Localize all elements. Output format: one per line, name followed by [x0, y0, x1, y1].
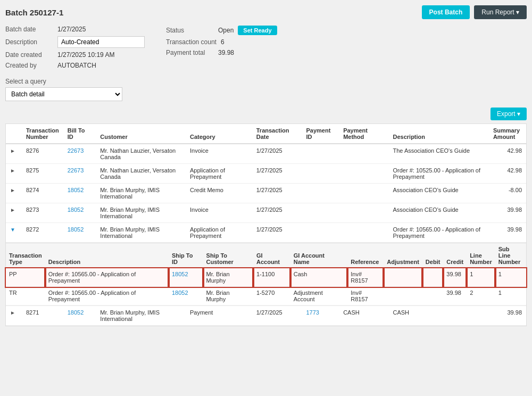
status-label: Status — [166, 27, 214, 34]
description-input[interactable] — [57, 36, 145, 48]
expand-arrow[interactable]: ▼ — [10, 227, 15, 233]
transaction-number-cell: 8272 — [22, 223, 63, 243]
bill-to-id-cell: 18052 — [63, 223, 96, 243]
sub-th-sub-line-number: Sub LineNumber — [495, 243, 526, 268]
sub-table-row: TransactionType Description Ship To ID S… — [6, 243, 526, 306]
th-description: Description — [389, 124, 489, 144]
category-cell: Credit Memo — [186, 184, 252, 203]
payment-method-cell — [339, 164, 388, 184]
sub-ship-to-id-cell: 18052 — [169, 268, 203, 287]
expand-arrow[interactable]: ► — [10, 310, 15, 316]
table-row: ► 8274 18052 Mr. Brian Murphy, IMIS Inte… — [6, 184, 526, 203]
post-batch-button[interactable]: Post Batch — [422, 5, 470, 19]
customer-cell: Mr. Nathan Lauzier, Versaton Canada — [96, 144, 186, 164]
th-summary-amount: SummaryAmount — [489, 124, 526, 144]
transaction-count-row: Transaction count 6 — [166, 38, 277, 46]
export-button[interactable]: Export ▾ — [491, 108, 527, 120]
bill-to-id-link[interactable]: 18052 — [68, 309, 84, 316]
transaction-number-cell: 8276 — [22, 144, 63, 164]
sub-th-gi-account: GI Account — [253, 243, 290, 268]
summary-amount-cell: 42.98 — [489, 164, 526, 184]
sub-th-credit: Credit — [443, 243, 467, 268]
th-transaction-date: Transaction Date — [252, 124, 302, 144]
category-cell: Invoice — [186, 144, 252, 164]
category-cell: Payment — [186, 306, 252, 326]
sub-credit-cell: 39.98 — [443, 287, 467, 306]
payment-method-cell — [339, 184, 388, 203]
expand-arrow[interactable]: ► — [10, 187, 15, 193]
status-row: Status Open Set Ready — [166, 26, 277, 35]
th-expand — [6, 124, 22, 144]
sub-reference-cell: Inv# R8157 — [347, 268, 384, 287]
query-label: Select a query — [5, 78, 527, 85]
payment-id-cell — [302, 184, 339, 203]
sub-th-type: TransactionType — [6, 243, 45, 268]
payment-method-cell — [339, 144, 388, 164]
bill-to-id-cell: 22673 — [63, 164, 96, 184]
table-row: ► 8275 22673 Mr. Nathan Lauzier, Versato… — [6, 164, 526, 184]
sub-debit-cell — [422, 268, 444, 287]
status-value: Open — [218, 27, 234, 34]
bill-to-id-link[interactable]: 18052 — [68, 226, 84, 233]
bill-to-id-link[interactable]: 22673 — [68, 167, 84, 174]
set-ready-button[interactable]: Set Ready — [238, 26, 277, 35]
customer-cell: Mr. Nathan Lauzier, Versaton Canada — [96, 164, 186, 184]
payment-id-cell — [302, 144, 339, 164]
sub-adjustment-cell — [384, 268, 422, 287]
transaction-date-cell: 1/27/2025 — [252, 306, 302, 326]
sub-table-data-row: PP Order #: 10565.00 - Application of Pr… — [6, 268, 526, 287]
payment-id-cell — [302, 203, 339, 223]
bill-to-id-cell: 18052 — [63, 203, 96, 223]
expand-arrow[interactable]: ► — [10, 207, 15, 213]
customer-cell: Mr. Brian Murphy, IMIS International — [96, 184, 186, 203]
bill-to-id-link[interactable]: 18052 — [68, 207, 84, 213]
th-transaction-number: TransactionNumber — [22, 124, 63, 144]
th-payment-method: Payment Method — [339, 124, 388, 144]
transaction-number-cell: 8274 — [22, 184, 63, 203]
expand-arrow[interactable]: ► — [10, 168, 15, 174]
info-right: Status Open Set Ready Transaction count … — [166, 26, 277, 69]
sub-adjustment-cell — [384, 287, 422, 306]
sub-type-cell: PP — [6, 268, 45, 287]
sub-th-description: Description — [45, 243, 169, 268]
run-report-button[interactable]: Run Report ▾ — [474, 5, 527, 19]
bill-to-id-link[interactable]: 18052 — [68, 187, 84, 193]
category-cell: Application of Prepayment — [186, 223, 252, 243]
summary-amount-cell: 39.98 — [489, 203, 526, 223]
sub-ship-to-id-link[interactable]: 18052 — [172, 271, 188, 277]
summary-amount-cell: -8.00 — [489, 184, 526, 203]
sub-th-ship-to-customer: Ship ToCustomer — [203, 243, 253, 268]
description-cell: The Association CEO's Guide — [389, 144, 489, 164]
payment-total-value: 39.98 — [218, 49, 234, 56]
payment-method-cell — [339, 223, 388, 243]
customer-cell: Mr. Brian Murphy, IMIS International — [96, 223, 186, 243]
sub-header-row: TransactionType Description Ship To ID S… — [6, 243, 526, 268]
sub-gi-account-name-cell: Cash — [290, 268, 348, 287]
payment-total-row: Payment total 39.98 — [166, 49, 277, 56]
sub-line-number-cell: 1 — [467, 268, 495, 287]
category-cell: Application of Prepayment — [186, 164, 252, 184]
payment-id-link[interactable]: 1773 — [306, 309, 319, 316]
query-section: Select a query Batch detail Summary Deta… — [5, 78, 527, 101]
sub-table-data-row: TR Order #: 10565.00 - Application of Pr… — [6, 287, 526, 306]
created-by-label: Created by — [5, 62, 53, 69]
date-created-label: Date created — [5, 51, 53, 59]
sub-th-adjustment: Adjustment — [384, 243, 422, 268]
sub-ship-to-customer-cell: Mr. Brian Murphy — [203, 287, 253, 306]
transaction-date-cell: 1/27/2025 — [252, 144, 302, 164]
sub-ship-to-id-link[interactable]: 18052 — [172, 290, 188, 296]
sub-credit-cell: 39.98 — [443, 268, 467, 287]
payment-id-cell — [302, 164, 339, 184]
th-payment-id: Payment ID — [302, 124, 339, 144]
sub-th-debit: Debit — [422, 243, 444, 268]
query-select[interactable]: Batch detail Summary Detail — [5, 87, 122, 101]
bill-to-id-link[interactable]: 22673 — [68, 147, 84, 154]
expand-arrow[interactable]: ► — [10, 148, 15, 154]
sub-th-gi-account-name: GI AccountName — [290, 243, 348, 268]
customer-cell: Mr. Brian Murphy, IMIS International — [96, 203, 186, 223]
export-bar: Export ▾ — [5, 108, 527, 120]
summary-amount-cell: 39.98 — [489, 306, 526, 326]
header-buttons: Post Batch Run Report ▾ — [422, 5, 527, 19]
transaction-date-cell: 1/27/2025 — [252, 223, 302, 243]
bill-to-id-cell: 18052 — [63, 306, 96, 326]
